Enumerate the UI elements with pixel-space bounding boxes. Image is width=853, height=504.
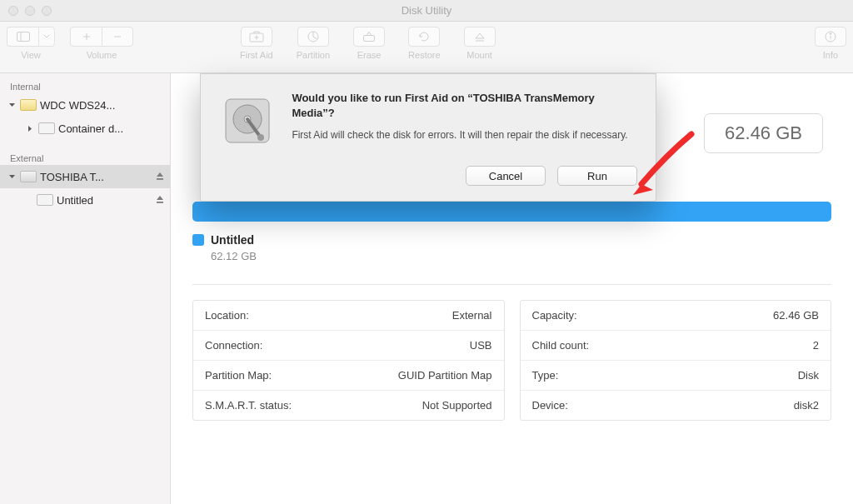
first-aid-dialog: Would you like to run First Aid on “TOSH…	[200, 73, 656, 202]
dialog-body-text: First Aid will check the disk for errors…	[292, 128, 637, 142]
detail-label: Connection:	[205, 339, 262, 352]
sidebar-container-internal[interactable]: Container d...	[0, 117, 170, 140]
erase-label: Erase	[357, 50, 382, 60]
erase-button[interactable]	[353, 27, 385, 47]
detail-label: S.M.A.R.T. status:	[205, 399, 292, 412]
detail-row: Location:External	[193, 301, 504, 331]
run-button[interactable]: Run	[557, 166, 637, 186]
volume-icon	[37, 194, 53, 206]
view-menu-button[interactable]	[38, 27, 55, 47]
detail-value: disk2	[794, 399, 819, 412]
dialog-heading: Would you like to run First Aid on “TOSH…	[292, 91, 637, 120]
partition-label: Partition	[297, 50, 330, 60]
internal-disk-icon	[20, 99, 37, 111]
usage-bar	[192, 202, 831, 222]
volume-segmented	[70, 27, 133, 47]
detail-value: 2	[813, 339, 819, 352]
eject-icon[interactable]	[155, 171, 165, 183]
restore-label: Restore	[408, 50, 441, 60]
legend-swatch	[192, 234, 204, 246]
svg-point-21	[257, 134, 264, 141]
first-aid-label: First Aid	[240, 50, 273, 60]
sidebar-item-label: Container d...	[58, 122, 165, 135]
toolbar: View Volume First Aid Partition	[0, 22, 853, 73]
sidebar-item-label: WDC WDS24...	[40, 99, 165, 112]
hard-drive-icon	[217, 91, 277, 151]
view-sidebar-button[interactable]	[7, 27, 38, 47]
details-col-right: Capacity:62.46 GB Child count:2 Type:Dis…	[520, 300, 832, 421]
detail-row: Device:disk2	[521, 391, 831, 420]
eject-icon[interactable]	[155, 194, 165, 207]
container-icon	[38, 122, 55, 134]
svg-rect-17	[157, 202, 163, 203]
detail-row: Connection:USB	[193, 331, 504, 361]
detail-label: Capacity:	[532, 309, 577, 322]
detail-value: GUID Partition Map	[398, 369, 492, 382]
mount-label: Mount	[466, 50, 492, 60]
total-size-box: 62.46 GB	[704, 113, 823, 153]
info-button[interactable]	[815, 27, 846, 47]
detail-row: S.M.A.R.T. status:Not Supported	[193, 391, 504, 420]
detail-value: 62.46 GB	[773, 309, 819, 322]
detail-row: Type:Disk	[521, 361, 831, 391]
disclosure-down-icon[interactable]	[7, 172, 17, 182]
detail-label: Location:	[205, 309, 249, 322]
detail-row: Capacity:62.46 GB	[521, 301, 831, 331]
svg-rect-16	[157, 178, 163, 180]
svg-line-10	[313, 37, 317, 39]
svg-point-15	[830, 33, 831, 35]
legend-name: Untitled	[211, 233, 254, 247]
sidebar-heading-internal: Internal	[0, 77, 170, 93]
first-aid-button[interactable]	[241, 27, 272, 47]
sidebar-disk-external[interactable]: TOSHIBA T...	[0, 165, 170, 188]
sidebar-disk-internal[interactable]: WDC WDS24...	[0, 93, 170, 117]
title-bar: Disk Utility	[0, 0, 853, 22]
volume-label: Volume	[87, 50, 117, 60]
view-segmented	[7, 27, 55, 47]
details-col-left: Location:External Connection:USB Partiti…	[192, 300, 505, 421]
detail-label: Partition Map:	[205, 369, 272, 382]
external-disk-icon	[20, 171, 37, 182]
legend-size: 62.12 GB	[211, 250, 831, 262]
sidebar-item-label: Untitled	[57, 194, 152, 207]
partition-button[interactable]	[297, 27, 329, 47]
sidebar-item-label: TOSHIBA T...	[40, 171, 152, 183]
window-title: Disk Utility	[0, 4, 853, 17]
details-table: Location:External Connection:USB Partiti…	[192, 300, 831, 421]
cancel-button[interactable]: Cancel	[466, 166, 546, 186]
detail-row: Partition Map:GUID Partition Map	[193, 361, 504, 391]
disclosure-right-icon[interactable]	[25, 123, 35, 133]
legend-row: Untitled	[192, 233, 831, 247]
disclosure-down-icon[interactable]	[7, 100, 17, 110]
mount-button[interactable]	[464, 27, 496, 47]
restore-button[interactable]	[408, 27, 440, 47]
info-label: Info	[823, 50, 838, 60]
divider	[192, 284, 831, 285]
detail-label: Type:	[532, 369, 559, 382]
sidebar-heading-external: External	[0, 148, 170, 165]
detail-row: Child count:2	[521, 331, 831, 361]
detail-label: Child count:	[532, 339, 590, 352]
volume-add-button[interactable]	[70, 27, 102, 47]
sidebar: Internal WDC WDS24... Container d... Ext…	[0, 73, 171, 504]
svg-rect-0	[17, 32, 29, 42]
detail-label: Device:	[532, 399, 568, 412]
detail-value: Not Supported	[422, 399, 492, 412]
view-label: View	[21, 50, 41, 60]
volume-remove-button[interactable]	[102, 27, 133, 47]
svg-rect-11	[364, 36, 375, 42]
sidebar-volume-external[interactable]: Untitled	[0, 188, 170, 212]
detail-value: Disk	[798, 369, 819, 382]
detail-value: External	[452, 309, 492, 322]
detail-value: USB	[470, 339, 492, 352]
